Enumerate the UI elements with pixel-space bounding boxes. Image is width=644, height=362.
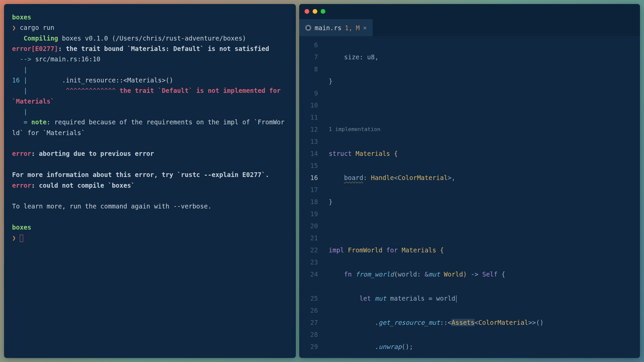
line-number: 18 [299, 196, 323, 208]
error-code: error[E0277] [12, 45, 58, 52]
line-number: 20 [299, 220, 323, 232]
line-number: 25 [299, 292, 323, 304]
line-number: 19 [299, 208, 323, 220]
error-squiggle: ^^^^^^^^^^^^^ [66, 87, 116, 94]
terminal-cursor[interactable] [20, 235, 23, 242]
info-explain: For more information about this error, t… [12, 171, 269, 178]
minimize-window-button[interactable] [313, 9, 317, 14]
editor-panel: main.rs 1, M × 6 7 8 9 10 11 12 13 14 15… [299, 4, 640, 358]
close-tab-button[interactable]: × [363, 24, 367, 31]
terminal-command: cargo run [20, 24, 54, 31]
line-number: 26 [299, 304, 323, 316]
learn-more: To learn more, run the command again wit… [12, 202, 212, 210]
code-line: let mut materials = world [329, 292, 640, 304]
line-number: 23 [299, 256, 323, 268]
codelens-spacer [299, 75, 323, 87]
code-line: } [329, 196, 640, 208]
abort-msg: : aborting due to previous error [31, 150, 154, 157]
compile-fail-label: error [12, 182, 31, 189]
terminal-cwd-2: boxes [12, 224, 31, 231]
window-titlebar [299, 4, 640, 19]
note-label: note [31, 118, 47, 126]
trait-msg: the trait `Default` is not implemented f… [12, 87, 284, 105]
line-number: 17 [299, 184, 323, 196]
line-number: 13 [299, 135, 323, 147]
maximize-window-button[interactable] [321, 9, 325, 14]
line-number-gutter: 6 7 8 9 10 11 12 13 14 15 16 17 18 19 20… [299, 36, 323, 358]
code-line: .get_resource_mut::<Assets<ColorMaterial… [329, 316, 640, 328]
line-number: 21 [299, 232, 323, 244]
tab-bar: main.rs 1, M × [299, 19, 640, 36]
code-line: } [329, 75, 640, 87]
line-number: 22 [299, 244, 323, 256]
code-editor[interactable]: 6 7 8 9 10 11 12 13 14 15 16 17 18 19 20… [299, 36, 640, 358]
terminal-panel[interactable]: boxes ❯ cargo run Compiling boxes v0.1.0… [4, 4, 296, 358]
code-line: size: u8, [329, 51, 640, 63]
svg-point-0 [307, 26, 310, 29]
codelens-implementations[interactable]: 1 implementation [329, 123, 640, 135]
compiling-rest: boxes v0.1.0 (/Users/chris/rust-adventur… [58, 35, 246, 42]
line-number: 24 [299, 268, 323, 280]
line-number: 16 [299, 172, 323, 184]
code-content[interactable]: size: u8, } 1 implementation struct Mate… [323, 36, 640, 358]
code-line: .unwrap(); [329, 341, 640, 353]
code-line: impl FromWorld for Materials { [329, 244, 640, 256]
compile-fail-msg: : could not compile `boxes` [31, 182, 135, 189]
rust-file-icon [305, 25, 311, 31]
terminal-prompt: ❯ [12, 24, 16, 31]
line-number: 10 [299, 99, 323, 111]
src-arrow: --> [20, 55, 31, 63]
compiling-label: Compiling [23, 35, 58, 42]
line-number: 28 [299, 328, 323, 341]
line-number: 15 [299, 160, 323, 172]
close-window-button[interactable] [305, 9, 309, 14]
err-line-no: 16 [12, 76, 20, 84]
line-number: 7 [299, 51, 323, 63]
pipe: | [23, 66, 27, 73]
note-msg: : required because of the requirements o… [12, 118, 284, 136]
err-code-snippet: .init_resource::<Materials>() [31, 76, 173, 84]
line-number: 27 [299, 316, 323, 328]
line-number: 6 [299, 39, 323, 51]
tab-filename: main.rs [315, 24, 341, 32]
line-number: 8 [299, 63, 323, 75]
abort-label: error [12, 150, 31, 157]
src-location: src/main.rs:16:10 [31, 55, 100, 63]
line-number: 11 [299, 111, 323, 123]
line-number: 29 [299, 341, 323, 353]
code-line: struct Materials { [329, 147, 640, 160]
codelens-spacer [299, 280, 323, 292]
tab-modified-indicator: M [356, 24, 360, 32]
tab-problem-count: 1, [345, 24, 353, 32]
code-line: fn from_world(world: &mut World) -> Self… [329, 268, 640, 280]
code-line: board: Handle<ColorMaterial>, [329, 172, 640, 184]
code-line [329, 220, 640, 232]
terminal-cwd: boxes [12, 13, 31, 21]
error-message: : the trait bound `Materials: Default` i… [58, 45, 269, 52]
tab-main-rs[interactable]: main.rs 1, M × [299, 19, 373, 36]
line-number: 14 [299, 147, 323, 160]
terminal-prompt-2: ❯ [12, 234, 16, 241]
editor-cursor [456, 295, 457, 303]
code-line [329, 99, 640, 111]
line-number: 9 [299, 87, 323, 99]
line-number: 12 [299, 123, 323, 135]
